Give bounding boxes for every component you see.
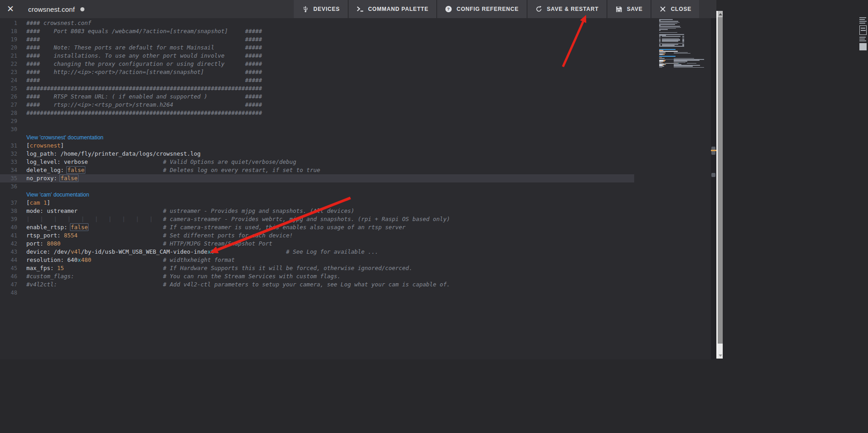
minimap-line <box>659 22 680 23</box>
code-line[interactable]: 19#### ##### <box>0 35 634 44</box>
line-number: 33 <box>4 158 17 166</box>
button-label: CLOSE <box>671 6 691 12</box>
save-button[interactable]: SAVE <box>607 0 651 18</box>
minimap-line <box>661 57 662 58</box>
minimap-line <box>662 41 678 42</box>
window-edge-artifact <box>859 37 866 38</box>
command-palette-button[interactable]: COMMAND PALETTE <box>349 0 436 18</box>
minimap-line <box>665 64 666 65</box>
devices-button[interactable]: DEVICES <box>294 0 347 18</box>
code-line[interactable]: 28######################################… <box>0 109 634 117</box>
line-number: 31 <box>4 142 17 150</box>
code-line[interactable]: 31[crowsnest] <box>0 142 634 150</box>
code-line[interactable]: 35no_proxy: false <box>0 174 634 182</box>
code-line[interactable]: 22#### changing the proxy configuration … <box>0 60 634 68</box>
line-number: 39 <box>4 215 17 223</box>
config-reference-button[interactable]: ?CONFIG REFERENCE <box>437 0 527 18</box>
minimap-line <box>682 37 684 38</box>
minimap-line <box>659 66 664 67</box>
code-line[interactable]: 44resolution: 640x480 # widthxheight for… <box>0 256 634 264</box>
app-window: ✕ crowsnest.conf DEVICESCOMMAND PALETTE?… <box>0 0 868 433</box>
minimap-line <box>661 62 663 63</box>
close-icon[interactable]: ✕ <box>0 0 21 18</box>
code-line[interactable]: 37[cam 1] <box>0 199 634 207</box>
code-line[interactable]: 38mode: ustreamer # ustreamer - Provides… <box>0 207 634 215</box>
code-line[interactable]: 29 <box>0 117 634 125</box>
page-scrollbar[interactable] <box>718 11 723 359</box>
code-line[interactable]: 32log_path: /home/fly/printer_data/logs/… <box>0 150 634 158</box>
minimap-line <box>674 62 686 63</box>
code-line[interactable]: 30 <box>0 125 634 133</box>
editor-scrollbar[interactable] <box>711 18 716 359</box>
window-edge-artifact <box>859 40 866 41</box>
save-restart-button[interactable]: SAVE & RESTART <box>528 0 607 18</box>
minimap-line <box>674 53 690 54</box>
line-number: 37 <box>4 199 17 207</box>
code-line[interactable]: 48 <box>0 289 634 297</box>
code-line[interactable]: 40enable_rtsp: false # If camera-streame… <box>0 223 634 231</box>
line-number: 48 <box>4 289 17 297</box>
doc-link[interactable]: View 'cam' documentation <box>26 192 89 198</box>
scrollbar-annotation <box>711 173 715 177</box>
code-line[interactable]: 23#### http://<ip>:<port>/?action=[strea… <box>0 68 634 76</box>
window-edge-artifact <box>859 43 867 50</box>
code-line[interactable]: 26#### RTSP Stream URL: ( if enabled and… <box>0 93 634 101</box>
code-line[interactable]: 20#### Note: These ports are default for… <box>0 44 634 52</box>
code-line[interactable]: 36 <box>0 182 634 191</box>
minimap-line <box>659 24 675 25</box>
line-number: 24 <box>4 76 17 84</box>
code-line[interactable]: 41rtsp_port: 8554 # Set different ports … <box>0 231 634 240</box>
line-number: 28 <box>4 109 17 117</box>
minimap-line <box>659 36 661 37</box>
minimap-line <box>674 66 693 67</box>
line-number <box>4 191 17 199</box>
minimap-line <box>659 27 681 28</box>
code-line[interactable]: 43device: /dev/v4l/by-id/usb-WCM_USB_WEB… <box>0 248 634 256</box>
code-editor[interactable]: 1#### crowsnest.conf18#### Port 8083 equ… <box>0 19 658 297</box>
code-line[interactable]: 27#### rtsp://<ip>:<rtsp_port>/stream.h2… <box>0 101 634 109</box>
scroll-down-arrow-icon[interactable] <box>718 352 723 359</box>
line-number: 42 <box>4 240 17 248</box>
minimap-line <box>659 30 661 31</box>
code-line[interactable]: 39| | | | | | | | | | # camera-streamer … <box>0 215 634 223</box>
code-line[interactable]: 45max_fps: 15 # If Hardware Supports thi… <box>0 264 634 272</box>
minimap-line <box>659 26 680 27</box>
code-line[interactable]: 46#custom_flags: # You can run the Strea… <box>0 272 634 280</box>
minimap-line <box>659 19 673 20</box>
scrollbar-cursor-mark <box>711 150 716 151</box>
scroll-up-arrow-icon[interactable] <box>718 11 723 17</box>
code-line[interactable]: 42port: 8080 # HTTP/MJPG Stream/Snapshot… <box>0 240 634 248</box>
minimap[interactable] <box>659 19 716 96</box>
window-edge-artifact <box>861 30 866 31</box>
minimap-line <box>663 61 665 62</box>
minimap-line <box>659 42 661 43</box>
line-number: 41 <box>4 231 17 240</box>
close-button[interactable]: CLOSE <box>651 0 699 18</box>
doc-link[interactable]: View 'crowsnest' documentation <box>26 134 104 141</box>
page-scrollbar-thumb[interactable] <box>718 17 723 344</box>
minimap-line <box>674 52 688 53</box>
line-number: 20 <box>4 44 17 52</box>
minimap-line <box>682 41 684 42</box>
minimap-line <box>662 36 681 37</box>
doc-link-row: View 'cam' documentation <box>0 191 634 199</box>
code-line[interactable]: 18#### Port 8083 equals /webcam4/?action… <box>0 27 634 35</box>
code-line[interactable]: 33log_level: verbose # Valid Options are… <box>0 158 634 166</box>
line-number: 21 <box>4 52 17 60</box>
code-line[interactable]: 24#### ##### <box>0 76 634 84</box>
line-number: 32 <box>4 150 17 158</box>
code-line[interactable]: 21#### installations. To use any other p… <box>0 52 634 60</box>
minimap-line <box>659 51 678 52</box>
line-number: 22 <box>4 60 17 68</box>
minimap-line <box>659 54 663 55</box>
editor-toolbar: ✕ crowsnest.conf DEVICESCOMMAND PALETTE?… <box>0 0 716 18</box>
line-number: 29 <box>4 117 17 125</box>
code-line[interactable]: 1#### crowsnest.conf <box>0 19 634 27</box>
code-line[interactable]: 47#v4l2ctl: # Add v4l2-ctl parameters to… <box>0 280 634 289</box>
button-label: SAVE <box>627 6 643 12</box>
toolbar-buttons: DEVICESCOMMAND PALETTE?CONFIG REFERENCES… <box>294 0 699 18</box>
minimap-line <box>659 52 666 53</box>
file-title: crowsnest.conf <box>28 5 75 13</box>
code-line[interactable]: 25######################################… <box>0 84 634 93</box>
code-line[interactable]: 34delete_log: false # Deletes log on eve… <box>0 166 634 174</box>
